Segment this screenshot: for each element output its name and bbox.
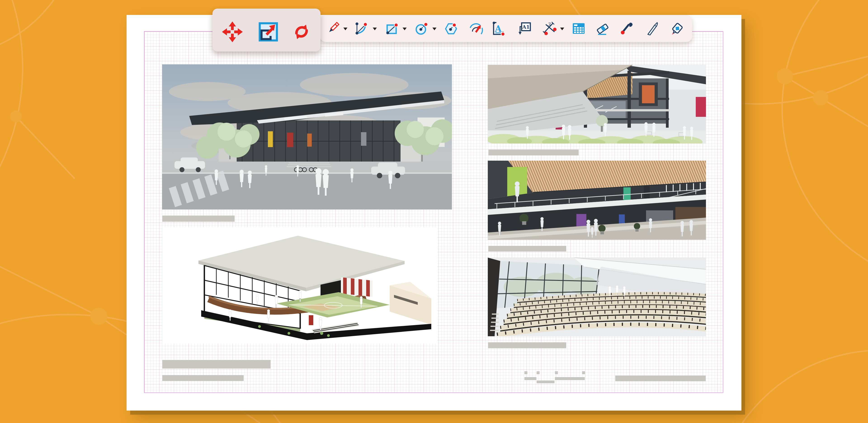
offset-icon: [468, 21, 483, 36]
scale-tool-button[interactable]: [257, 21, 279, 43]
legend-square[interactable]: [555, 371, 558, 374]
dimension-icon: 3: [542, 21, 557, 36]
split-icon: [645, 21, 660, 36]
transform-toolbar: [213, 8, 320, 52]
figure-courtyard-render[interactable]: [488, 65, 706, 143]
figure-isometric-section-render[interactable]: [162, 227, 437, 344]
move-icon: [221, 21, 243, 43]
eyedropper-icon: [620, 21, 634, 36]
rotate-icon: [291, 21, 312, 43]
drawing-toolbar: A A1 3: [320, 15, 692, 42]
caption-placeholder-bar[interactable]: [488, 342, 566, 348]
arc-tool-dropdown-arrow[interactable]: [373, 28, 377, 30]
split-tool-button[interactable]: [645, 21, 660, 36]
scale-icon: [257, 21, 279, 43]
line-tool-dropdown-arrow[interactable]: [343, 28, 347, 30]
table-icon: [571, 21, 586, 36]
dimension-tool-glyph: 3: [548, 22, 551, 27]
text-tool-glyph: A: [495, 24, 502, 34]
rectangle-tool-button[interactable]: [385, 21, 400, 36]
move-tool-button[interactable]: [221, 21, 243, 43]
label-tool-button[interactable]: A1: [517, 21, 532, 36]
table-tool-button[interactable]: [571, 21, 586, 36]
label-icon: A1: [517, 21, 532, 36]
polygon-icon: [444, 21, 459, 36]
legend-bar[interactable]: [524, 377, 536, 380]
text-tool-button[interactable]: A: [491, 21, 506, 36]
legend-bar[interactable]: [555, 377, 585, 380]
eraser-icon: [596, 21, 611, 36]
caption-placeholder-bar[interactable]: [488, 246, 566, 252]
polygon-tool-button[interactable]: [444, 21, 459, 36]
circle-tool-dropdown-arrow[interactable]: [432, 28, 436, 30]
caption-placeholder-bar[interactable]: [162, 216, 235, 222]
join-tool-button[interactable]: [670, 21, 685, 36]
footer-placeholder-bar[interactable]: [615, 376, 706, 381]
document-page[interactable]: [127, 15, 741, 411]
circle-icon: [414, 21, 429, 36]
legend-square[interactable]: [582, 371, 585, 374]
rotate-tool-button[interactable]: [291, 21, 312, 43]
arc-tool-button[interactable]: [353, 21, 368, 36]
title-placeholder-bar[interactable]: [162, 360, 271, 368]
legend-bar[interactable]: [537, 381, 555, 383]
text-icon: A: [491, 21, 506, 36]
label-tool-glyph: A1: [522, 24, 530, 30]
figure-interior-walkway-render[interactable]: [488, 161, 706, 240]
eraser-tool-button[interactable]: [596, 21, 611, 36]
figure-auditorium-render[interactable]: [488, 258, 706, 336]
circle-tool-button[interactable]: [414, 21, 429, 36]
arc-icon: [353, 21, 368, 36]
subtitle-placeholder-bar[interactable]: [162, 375, 244, 381]
style-eyedropper-button[interactable]: [620, 21, 634, 36]
offset-tool-button[interactable]: [468, 21, 483, 36]
rectangle-icon: [385, 21, 400, 36]
rectangle-tool-dropdown-arrow[interactable]: [403, 28, 407, 30]
figure-exterior-street-render[interactable]: [162, 64, 452, 209]
legend-square[interactable]: [537, 371, 539, 374]
line-tool-button[interactable]: [326, 21, 341, 36]
dimension-tool-dropdown-arrow[interactable]: [560, 28, 564, 30]
dimension-tool-button[interactable]: 3: [542, 21, 557, 36]
pencil-line-icon: [326, 21, 341, 36]
caption-placeholder-bar[interactable]: [489, 150, 579, 156]
join-icon: [670, 21, 685, 36]
legend-square[interactable]: [524, 371, 527, 374]
